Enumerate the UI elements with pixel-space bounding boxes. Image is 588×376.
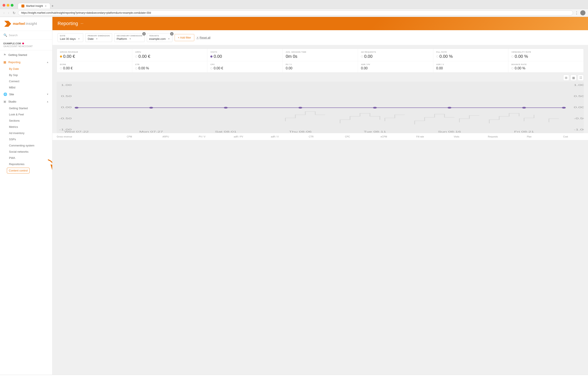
sidebar-item-commenting-system[interactable]: Commenting system	[0, 142, 52, 149]
col-plan[interactable]: Plan	[511, 135, 547, 138]
secondary-filter-close-button[interactable]: ✕	[142, 32, 146, 35]
sidebar-item-social-networks[interactable]: Social networks	[0, 149, 52, 155]
sidebar-item-site[interactable]: 🌐 Site ▼	[0, 91, 52, 98]
metrics-section: GROSS REVENUE 0.00 € ARPU 0.00 € VISITS	[57, 49, 584, 73]
spinner-icon	[436, 55, 438, 58]
date-chevron-icon: ▼	[78, 38, 80, 40]
active-tab[interactable]: Marfeel Insight ✕	[18, 3, 50, 9]
svg-text:0.00: 0.00	[61, 106, 72, 108]
sidebar-item-connect[interactable]: Connect	[0, 78, 52, 84]
secondary-dimension-filter[interactable]: ✕ SECONDARY DIMENSION Platform ▼	[114, 33, 145, 42]
tab-favicon	[21, 4, 24, 8]
chart-view-btn-3[interactable]: ☷	[578, 75, 584, 81]
col-adr-pv[interactable]: adR / PV	[220, 135, 257, 138]
status-dot	[22, 43, 24, 44]
logo: marfeel insight	[0, 17, 52, 31]
tenants-chevron-icon: ▼	[168, 38, 170, 40]
spinner-icon	[511, 67, 514, 69]
svg-text:Sat 08-01: Sat 08-01	[215, 131, 237, 133]
sidebar-item-metrics[interactable]: Metrics	[0, 124, 52, 130]
tenants-filter[interactable]: ✕ TENANTS example.com ▼	[147, 33, 172, 42]
col-ecpm[interactable]: eCPM	[366, 135, 402, 138]
primary-filter-value: Date ▼	[88, 37, 110, 41]
sidebar-item-studio-getting-started[interactable]: Getting Started	[0, 105, 52, 111]
svg-point-17	[447, 107, 452, 108]
spinner-icon	[135, 55, 137, 58]
window-controls	[3, 4, 13, 7]
browser-more-button[interactable]: ⋮	[575, 11, 578, 15]
col-cost[interactable]: Cost	[547, 135, 584, 138]
secondary-filter-label: SECONDARY DIMENSION	[117, 35, 142, 37]
logo-text: insight	[26, 22, 37, 25]
svg-text:1.00: 1.00	[574, 84, 584, 86]
browser-chrome: Marfeel Insight ✕ + ‹ › ↻ ⋮	[0, 0, 588, 17]
sidebar-item-reporting[interactable]: ▦ Reporting ▲	[0, 58, 52, 66]
metric-avg-session: AVG. SESSION TIME 0m 0s	[283, 49, 358, 61]
app-container: marfeel insight 🔍 Search EXAMPLE.COM GA …	[0, 17, 588, 375]
search-placeholder: Search	[9, 34, 18, 37]
reset-all-button[interactable]: ✕ Reset all	[196, 36, 210, 39]
close-window-button[interactable]	[3, 4, 5, 7]
minimize-window-button[interactable]	[7, 4, 10, 7]
sidebar-item-look-feel[interactable]: Look & Feel	[0, 111, 52, 118]
col-cpc[interactable]: CPC	[329, 135, 366, 138]
sidebar-item-by-ssp[interactable]: By Ssp	[0, 72, 52, 78]
account-section: EXAMPLE.COM GA ACCOUNT: NO ACCOUNT	[0, 40, 52, 50]
col-adr-v[interactable]: adR / V	[257, 135, 293, 138]
primary-dimension-filter[interactable]: PRIMARY DIMENSION Date ▼	[85, 33, 112, 42]
user-avatar[interactable]	[580, 10, 585, 15]
col-fill-rate[interactable]: Fill rate	[402, 135, 438, 138]
metric-adr-pv: ADR / PV 0.00	[358, 61, 433, 72]
sidebar-item-label: Reporting	[8, 61, 20, 64]
metric-fill-rate: FILL RATE 0.00 %	[433, 49, 509, 61]
search-input-wrap[interactable]: 🔍 Search	[3, 33, 49, 37]
sidebar-item-content-control[interactable]: Content control	[7, 168, 30, 173]
col-visits[interactable]: Visits	[438, 135, 475, 138]
date-filter-value: Last 30 days ▼	[60, 37, 81, 41]
sidebar-item-by-date[interactable]: By Date	[0, 66, 52, 72]
forward-button[interactable]: ›	[7, 11, 10, 15]
col-ctr[interactable]: CTR	[293, 135, 329, 138]
sidebar-item-sections[interactable]: Sections	[0, 118, 52, 124]
col-cpm[interactable]: CPM	[111, 135, 148, 138]
sidebar-item-mbid[interactable]: MBid	[0, 84, 52, 91]
chart-view-btn-2[interactable]: ▦	[570, 75, 577, 81]
col-gross-revenue[interactable]: Gross revenue	[57, 135, 111, 138]
studio-icon: ▣	[3, 100, 6, 103]
tenants-filter-close-button[interactable]: ✕	[170, 32, 174, 35]
header-menu-button[interactable]: ···	[80, 22, 83, 25]
flag-icon: ⚑	[3, 53, 6, 56]
date-filter[interactable]: DATE Last 30 days ▼	[58, 33, 83, 42]
metric-bounce-rate: BOUNCE RATE 0.00 %	[508, 61, 584, 72]
svg-text:Tue 08-11: Tue 08-11	[364, 131, 386, 133]
svg-text:0.50: 0.50	[574, 95, 584, 97]
table-column-headers: Gross revenue CPM ARPU PV / V adR / PV a…	[52, 133, 588, 140]
sidebar-item-getting-started[interactable]: ⚑ Getting Started	[0, 51, 52, 58]
sidebar-item-ad-inventory[interactable]: Ad inventory	[0, 130, 52, 136]
svg-text:Mon 07-27: Mon 07-27	[139, 131, 163, 133]
search-icon: 🔍	[3, 33, 7, 37]
maximize-window-button[interactable]	[11, 4, 13, 7]
add-filter-button[interactable]: + Add filter	[175, 34, 194, 41]
metric-visits: VISITS 0.00	[207, 49, 283, 61]
globe-icon: 🌐	[3, 93, 7, 96]
metric-ad-requests: AD REQUESTS 0.00	[358, 49, 433, 61]
col-pv-v[interactable]: PV / V	[184, 135, 220, 138]
logo-icon	[4, 21, 11, 27]
url-input[interactable]	[18, 10, 573, 15]
tab-close-button[interactable]: ✕	[45, 5, 47, 8]
sidebar-item-pwa[interactable]: PWA	[0, 155, 52, 161]
back-button[interactable]: ‹	[3, 11, 5, 15]
sidebar-item-studio[interactable]: ▣ Studio ▲	[0, 98, 52, 105]
secondary-chevron-icon: ▼	[129, 38, 131, 40]
new-tab-button[interactable]: +	[52, 4, 53, 8]
chart-view-btn-1[interactable]: ⊞	[563, 75, 569, 81]
filter-bar: DATE Last 30 days ▼ PRIMARY DIMENSION Da…	[52, 30, 588, 45]
sidebar-item-repositories[interactable]: Repositories	[0, 161, 52, 167]
reload-button[interactable]: ↻	[12, 11, 16, 15]
col-requests[interactable]: Requests	[475, 135, 511, 138]
col-arpu[interactable]: ARPU	[148, 135, 184, 138]
sidebar-item-label: Site	[9, 93, 14, 96]
svg-text:1.00: 1.00	[61, 84, 72, 86]
sidebar-item-ssps[interactable]: SSPs	[0, 136, 52, 142]
